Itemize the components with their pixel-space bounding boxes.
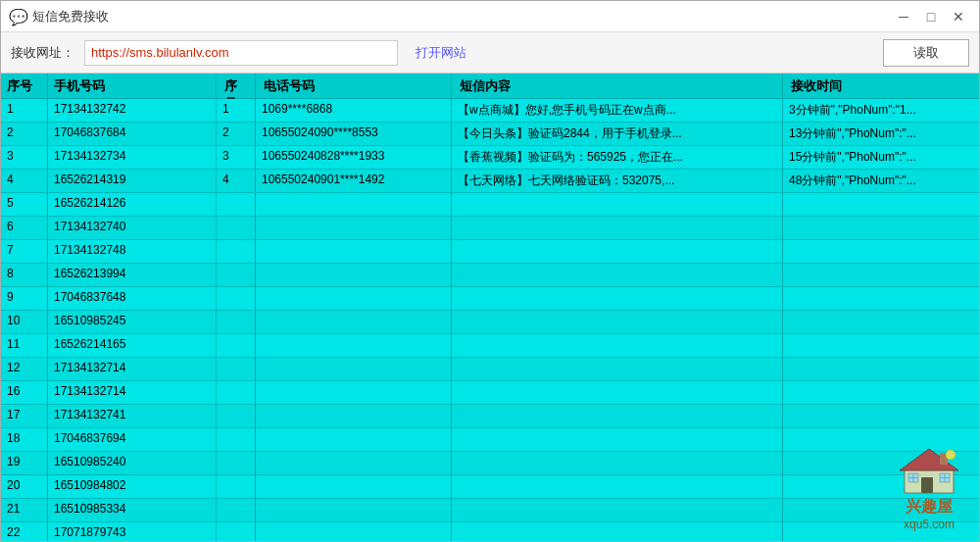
left-phone-cell: 17071879743 (48, 522, 216, 541)
left-seq-cell: 17 (1, 405, 48, 427)
main-content: 序号 手机号码 1 17134132742 2 17046837684 3 17… (1, 74, 979, 541)
right-seq-cell: 3 (217, 146, 256, 169)
right-table-row[interactable]: 2 10655024090****8553 【今日头条】验证码2844，用于手机… (217, 123, 979, 146)
app-icon: 💬 (9, 8, 26, 25)
right-seq-cell: 1 (217, 99, 256, 122)
left-table-row[interactable]: 5 16526214126 (1, 193, 216, 217)
empty-cell (256, 522, 452, 541)
left-seq-cell: 5 (1, 193, 48, 216)
left-col-phone: 手机号码 (48, 74, 216, 98)
empty-cell (217, 381, 256, 404)
left-phone-cell: 16526213994 (48, 264, 216, 286)
empty-cell (256, 381, 452, 404)
empty-cell (452, 193, 783, 216)
left-table-row[interactable]: 8 16526213994 (1, 264, 216, 287)
right-seq-cell: 4 (217, 170, 256, 192)
left-phone-cell: 16510985240 (48, 452, 216, 474)
left-table-row[interactable]: 12 17134132714 (1, 358, 216, 381)
maximize-button[interactable]: □ (918, 7, 944, 26)
empty-cell (256, 475, 452, 498)
close-button[interactable]: ✕ (946, 7, 971, 26)
window-controls: ─ □ ✕ (891, 7, 971, 26)
right-sms-cell: 【香蕉视频】验证码为：565925，您正在... (452, 146, 783, 169)
empty-cell (217, 240, 256, 263)
left-phone-cell: 17046837648 (48, 287, 216, 310)
titlebar: 💬 短信免费接收 ─ □ ✕ (1, 1, 979, 32)
left-table-row[interactable]: 10 16510985245 (1, 311, 216, 334)
empty-cell (452, 405, 783, 427)
left-table-row[interactable]: 6 17134132740 (1, 217, 216, 240)
left-table-row[interactable]: 18 17046837694 (1, 428, 216, 452)
empty-cell (256, 264, 452, 286)
left-seq-cell: 22 (1, 522, 48, 541)
left-table-row[interactable]: 1 17134132742 (1, 99, 216, 123)
left-table-row[interactable]: 3 17134132734 (1, 146, 216, 170)
left-seq-cell: 9 (1, 287, 48, 310)
right-table-body[interactable]: 1 1069****6868 【w点商城】您好,您手机号码正在w点商... 3分… (217, 99, 979, 541)
empty-cell (452, 264, 783, 286)
url-input[interactable] (84, 40, 398, 66)
left-table-row[interactable]: 11 16526214165 (1, 334, 216, 358)
left-seq-cell: 4 (1, 170, 48, 192)
empty-cell (452, 475, 783, 498)
right-panel: 序号 电话号码 短信内容 接收时间 1 1069****6868 【w点商城】您… (217, 74, 979, 541)
read-button[interactable]: 读取 (883, 39, 969, 67)
right-tel-cell: 1069****6868 (256, 99, 452, 122)
left-seq-cell: 3 (1, 146, 48, 169)
right-table-row-empty (217, 452, 979, 475)
right-table-row[interactable]: 3 106550240828****1933 【香蕉视频】验证码为：565925… (217, 146, 979, 170)
empty-cell (256, 358, 452, 380)
main-window: 💬 短信免费接收 ─ □ ✕ 接收网址： 打开网站 读取 序号 手机号码 1 1… (0, 0, 980, 542)
left-seq-cell: 11 (1, 334, 48, 357)
empty-cell (783, 334, 979, 357)
left-seq-cell: 19 (1, 452, 48, 474)
right-sms-cell: 【七天网络】七天网络验证码：532075,... (452, 170, 783, 192)
left-phone-cell: 16526214126 (48, 193, 216, 216)
right-table-row[interactable]: 4 106550240901****1492 【七天网络】七天网络验证码：532… (217, 170, 979, 193)
right-col-seq: 序号 (217, 74, 256, 98)
right-table-row-empty (217, 334, 979, 358)
left-panel: 序号 手机号码 1 17134132742 2 17046837684 3 17… (1, 74, 217, 541)
empty-cell (783, 287, 979, 310)
left-table-row[interactable]: 4 16526214319 (1, 170, 216, 193)
right-table-row[interactable]: 1 1069****6868 【w点商城】您好,您手机号码正在w点商... 3分… (217, 99, 979, 123)
left-table-row[interactable]: 9 17046837648 (1, 287, 216, 311)
empty-cell (452, 499, 783, 521)
empty-cell (217, 334, 256, 357)
left-seq-cell: 21 (1, 499, 48, 521)
empty-cell (256, 499, 452, 521)
empty-cell (783, 240, 979, 263)
right-table-row-empty (217, 358, 979, 381)
left-table-row[interactable]: 21 16510985334 (1, 499, 216, 522)
left-phone-cell: 17134132741 (48, 405, 216, 427)
open-site-button[interactable]: 打开网站 (408, 40, 474, 66)
left-table-row[interactable]: 22 17071879743 (1, 522, 216, 541)
left-table-row[interactable]: 20 16510984802 (1, 475, 216, 499)
left-table-row[interactable]: 16 17134132714 (1, 381, 216, 405)
left-table-row[interactable]: 2 17046837684 (1, 123, 216, 146)
left-table-row[interactable]: 17 17134132741 (1, 405, 216, 428)
right-tel-cell: 106550240828****1933 (256, 146, 452, 169)
left-phone-cell: 17134132714 (48, 381, 216, 404)
left-table-row[interactable]: 19 16510985240 (1, 452, 216, 475)
empty-cell (783, 193, 979, 216)
right-table-header: 序号 电话号码 短信内容 接收时间 (217, 74, 979, 99)
empty-cell (783, 381, 979, 404)
empty-cell (217, 358, 256, 380)
left-seq-cell: 8 (1, 264, 48, 286)
minimize-button[interactable]: ─ (891, 7, 916, 26)
watermark-brand: 兴趣屋 (906, 497, 953, 517)
left-table-row[interactable]: 7 17134132748 (1, 240, 216, 264)
right-sms-cell: 【今日头条】验证码2844，用于手机登录... (452, 123, 783, 145)
svg-rect-3 (921, 477, 933, 493)
left-phone-cell: 17134132734 (48, 146, 216, 169)
left-seq-cell: 20 (1, 475, 48, 498)
empty-cell (217, 475, 256, 498)
right-table-row-empty (217, 499, 979, 522)
right-table-row-empty (217, 522, 979, 541)
left-table-body[interactable]: 1 17134132742 2 17046837684 3 1713413273… (1, 99, 216, 541)
empty-cell (452, 311, 783, 333)
empty-cell (256, 193, 452, 216)
left-phone-cell: 17134132742 (48, 99, 216, 122)
left-seq-cell: 12 (1, 358, 48, 380)
